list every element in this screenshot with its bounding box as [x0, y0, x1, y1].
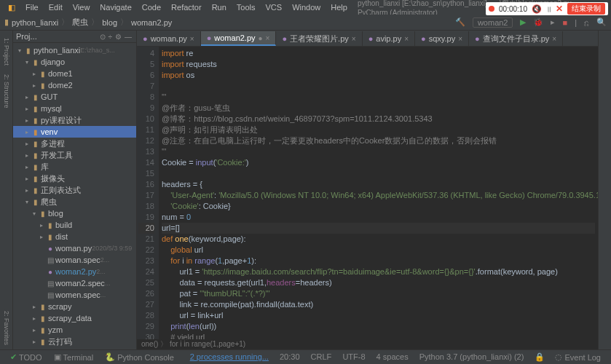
menu-tools[interactable]: Tools — [232, 1, 261, 13]
project-tree[interactable]: ▾ ▮ python_lianxi E:\zhao_s... ▾ ▮ djang… — [13, 43, 136, 349]
menu-code[interactable]: Code — [137, 1, 166, 13]
code-line[interactable]: ''' — [162, 146, 595, 157]
project-header[interactable]: Proj... — [16, 32, 37, 41]
tree-node[interactable]: ▸ ▮ 云打码 — [13, 336, 136, 347]
code-line[interactable]: ''' — [162, 92, 595, 103]
tree-node[interactable]: ▾ ▮ django — [13, 56, 136, 68]
tree-node[interactable]: ▸ ▮ 库 — [13, 161, 136, 173]
tree-arrow-icon[interactable]: ▸ — [23, 187, 31, 194]
tree-arrow-icon[interactable]: ▸ — [31, 327, 38, 333]
tree-arrow-icon[interactable]: ▸ — [31, 82, 38, 89]
code-line[interactable]: 'User-Agent': 'Mozilla/5.0 (Windows NT 1… — [162, 190, 595, 201]
tree-node[interactable]: ▤ woman2.spec... — [13, 277, 136, 289]
line-number[interactable]: 24 — [138, 266, 154, 277]
line-number[interactable]: 15 — [138, 168, 154, 179]
git-icon[interactable]: ⎌ — [584, 18, 589, 27]
breadcrumb-part[interactable]: blog — [102, 18, 117, 27]
code-line[interactable]: # yield url — [162, 332, 595, 339]
collapse-icon[interactable]: ÷ — [109, 33, 113, 41]
terminal-tool[interactable]: ▣Terminal — [48, 352, 100, 362]
code-line[interactable]: pat = '"thumbURL":"(.*?)"' — [162, 288, 595, 299]
menu-navigate[interactable]: Navigate — [95, 1, 136, 13]
editor-tab[interactable]: ● woman2.py ● × — [201, 31, 277, 46]
tree-node[interactable]: ▤ woman.spec 2... — [13, 254, 136, 266]
tree-arrow-icon[interactable]: ▸ — [23, 117, 31, 124]
line-number[interactable]: 10 — [138, 114, 154, 124]
breadcrumb-hints[interactable]: one() 〉 for i in range(1,page+1) — [137, 339, 598, 349]
tab-close-icon[interactable]: × — [458, 35, 462, 43]
tree-arrow-icon[interactable]: ▸ — [23, 152, 31, 159]
tree-node[interactable]: ● woman.py 2020/5/3 9:59 — [13, 242, 136, 254]
tree-arrow-icon[interactable]: ▾ — [16, 47, 23, 54]
line-number[interactable]: 22 — [138, 245, 154, 256]
line-number[interactable]: 6 — [138, 70, 154, 81]
search-icon[interactable]: 🔍 — [596, 17, 607, 27]
tree-arrow-icon[interactable]: ▸ — [38, 234, 45, 240]
code-line[interactable]: link = re.compile(pat).findall(data.text… — [162, 299, 595, 310]
tree-arrow-icon[interactable]: ▾ — [23, 199, 31, 205]
line-sep[interactable]: CRLF — [311, 352, 332, 361]
tree-node[interactable]: ▸ ▮ 正则表达式 — [13, 184, 136, 196]
line-number[interactable]: 25 — [138, 277, 154, 288]
tree-node[interactable]: ▸ ▮ dome1 — [13, 68, 136, 79]
hide-icon[interactable]: — — [125, 33, 132, 41]
code-line[interactable]: @博客：https://blog.csdn.net/weixin_4689707… — [162, 114, 595, 124]
mute-icon[interactable]: 🔇 — [532, 4, 542, 14]
tree-node[interactable]: ▸ ▮ 开发工具 — [13, 149, 136, 161]
processes-link[interactable]: 2 processes running... — [190, 352, 269, 361]
line-number[interactable]: 21 — [138, 234, 154, 245]
code-line[interactable]: Cookie = input('Cookie:') — [162, 157, 595, 168]
line-number[interactable]: 26 — [138, 288, 154, 299]
indent[interactable]: 4 spaces — [377, 352, 409, 361]
encoding[interactable]: UTF-8 — [342, 352, 365, 361]
tree-node[interactable]: ▸ ▮ dome2 — [13, 79, 136, 91]
code-line[interactable]: url=[] — [162, 223, 595, 234]
build-icon[interactable]: 🔨 — [455, 17, 465, 27]
tab-close-icon[interactable]: × — [552, 35, 556, 43]
tree-arrow-icon[interactable]: ▸ — [23, 164, 31, 170]
tab-close-icon[interactable]: × — [266, 34, 270, 42]
code-line[interactable]: data = requests.get(url1,headers=headers… — [162, 277, 595, 288]
line-number[interactable]: 12 — [138, 135, 154, 146]
code-line[interactable]: url = link+url — [162, 310, 595, 321]
tree-node[interactable]: ▤ women.spec... — [13, 289, 136, 301]
menu-vcs[interactable]: VCS — [261, 1, 288, 13]
gear-icon[interactable]: ⚙ — [115, 33, 122, 41]
line-number[interactable]: 7 — [138, 81, 154, 92]
code-line[interactable]: import re — [162, 48, 595, 59]
tree-arrow-icon[interactable]: ▸ — [23, 94, 31, 100]
tree-node[interactable]: ▾ ▮ python_lianxi E:\zhao_s... — [13, 44, 136, 56]
tree-node[interactable]: ▸ ▮ 摄像头 — [13, 173, 136, 184]
tree-node[interactable]: ● woman2.py 2... — [13, 266, 136, 277]
lock-icon[interactable]: 🔒 — [535, 352, 545, 361]
breadcrumb-root[interactable]: python_lianxi — [12, 18, 58, 27]
line-number[interactable]: 27 — [138, 299, 154, 310]
menu-file[interactable]: File — [20, 1, 44, 13]
line-number[interactable]: 19 — [138, 212, 154, 223]
menu-edit[interactable]: Edit — [44, 1, 68, 13]
code-line[interactable]: print(len(url)) — [162, 321, 595, 332]
tree-node[interactable]: ▸ ▮ scrapy — [13, 301, 136, 312]
line-number[interactable]: 5 — [138, 59, 154, 70]
tree-arrow-icon[interactable]: ▾ — [23, 59, 31, 66]
run-config[interactable]: woman2 — [473, 17, 513, 28]
tree-node[interactable]: ▸ ▮ dist — [13, 231, 136, 242]
editor-tab[interactable]: ● 查询文件子目录.py × — [469, 31, 563, 46]
tree-arrow-icon[interactable]: ▸ — [31, 304, 38, 310]
line-number[interactable]: 16 — [138, 179, 154, 190]
favorites-tool-tab[interactable]: 2: Favorites — [3, 311, 10, 345]
code-line[interactable]: global url — [162, 245, 595, 256]
line-number[interactable]: 29 — [138, 321, 154, 332]
code-line[interactable]: import os — [162, 70, 595, 81]
code-line[interactable]: for i in range(1,page+1): — [162, 256, 595, 266]
code-line[interactable]: @注意：在自己电脑上运行时，一定要更改headers中的Cooker数据为自己的… — [162, 135, 595, 146]
pyconsole-tool[interactable]: 🐍Python Console — [99, 352, 180, 362]
close-rec-icon[interactable]: ✕ — [556, 4, 563, 14]
editor-tab[interactable]: ● sqxy.py × — [415, 31, 469, 46]
tree-arrow-icon[interactable]: ▸ — [31, 315, 38, 322]
tree-arrow-icon[interactable]: ▸ — [23, 129, 31, 135]
tree-arrow-icon[interactable]: ▾ — [31, 210, 38, 217]
project-tool-tab[interactable]: 1: Project — [3, 38, 10, 66]
editor-tab[interactable]: ● woman.py × — [137, 31, 201, 46]
line-number[interactable]: 18 — [138, 201, 154, 212]
